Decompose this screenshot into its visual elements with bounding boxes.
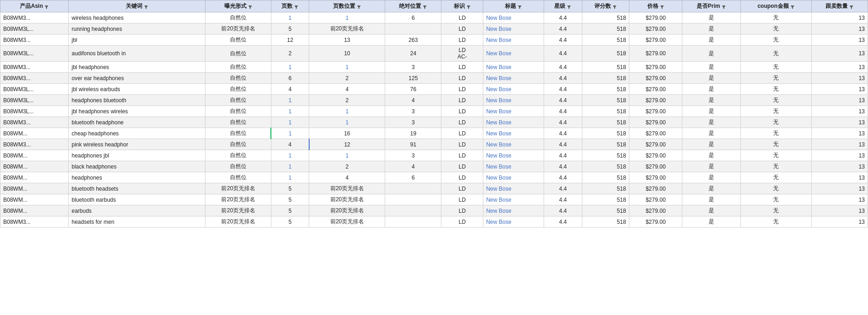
filter-icon-title[interactable]: [517, 4, 522, 9]
column-label-competing: 跟卖数量: [826, 2, 848, 10]
cell-prime: 是: [682, 12, 741, 23]
cell-competing: 13: [811, 12, 868, 23]
cell-star: 4.4: [544, 150, 582, 161]
cell-coupon: 无: [740, 172, 811, 183]
svg-marker-2: [248, 6, 252, 9]
cell-asin: B08WM...: [0, 161, 69, 172]
cell-prime: 是: [682, 35, 741, 46]
cell-price: $279.00: [629, 12, 682, 23]
cell-label: LD: [441, 117, 483, 128]
cell-coupon: 无: [740, 35, 811, 46]
cell-coupon: 无: [740, 205, 811, 216]
cell-page-pos: 12: [309, 139, 385, 150]
filter-icon-exposure[interactable]: [248, 4, 252, 9]
cell-keyword: jbl: [69, 35, 205, 46]
cell-star: 4.4: [544, 95, 582, 106]
cell-asin: B08WM3L...: [0, 84, 69, 95]
cell-exposure: 自然位: [205, 73, 271, 84]
filter-icon-abs_pos[interactable]: [422, 4, 427, 9]
table-row: B08WM3L...headphones bluetooth自然位124LDNe…: [0, 95, 868, 106]
cell-prime: 是: [682, 194, 741, 205]
cell-title: New Bose: [483, 35, 544, 46]
cell-asin: B08WM3...: [0, 73, 69, 84]
filter-icon-asin[interactable]: [44, 4, 49, 9]
cell-page: 5: [271, 205, 309, 216]
cell-star: 4.4: [544, 183, 582, 194]
table-row: B08WM3...headsets for men前20页无排名5前20页无排名…: [0, 216, 868, 228]
table-row: B08WM...headphones自然位146LDNew Bose4.4518…: [0, 172, 868, 183]
cell-exposure: 自然位: [205, 161, 271, 172]
cell-reviews: 518: [582, 95, 629, 106]
cell-label: LD: [441, 139, 483, 150]
cell-title: New Bose: [483, 62, 544, 73]
cell-abs-pos: 19: [385, 128, 441, 139]
cell-competing: 13: [811, 35, 868, 46]
data-table: 产品Asin 关键词 曝光形式 页数 页数位置 绝对位置 标识 标题 星级 评分…: [0, 0, 868, 228]
filter-icon-star[interactable]: [567, 4, 571, 9]
cell-asin: B08WM3...: [0, 35, 69, 46]
cell-prime: 是: [682, 73, 741, 84]
svg-marker-3: [294, 6, 298, 9]
cell-keyword: headphones bluetooth: [69, 95, 205, 106]
cell-reviews: 518: [582, 23, 629, 35]
cell-coupon: 无: [740, 62, 811, 73]
cell-keyword: pink wireless headphor: [69, 139, 205, 150]
filter-icon-prime[interactable]: [721, 4, 726, 9]
svg-marker-7: [518, 6, 522, 9]
cell-abs-pos: 3: [385, 150, 441, 161]
cell-price: $279.00: [629, 106, 682, 117]
cell-abs-pos: [385, 216, 441, 228]
cell-competing: 13: [811, 194, 868, 205]
cell-label: LD: [441, 23, 483, 35]
cell-prime: 是: [682, 117, 741, 128]
filter-icon-page_pos[interactable]: [357, 4, 361, 9]
svg-marker-0: [45, 6, 48, 9]
cell-coupon: 无: [740, 194, 811, 205]
column-label-exposure: 曝光形式: [224, 2, 246, 10]
cell-price: $279.00: [629, 46, 682, 62]
cell-keyword: jbl headphones wireles: [69, 106, 205, 117]
cell-star: 4.4: [544, 205, 582, 216]
filter-icon-price[interactable]: [660, 4, 664, 9]
cell-exposure: 自然位: [205, 46, 271, 62]
cell-page: 1: [271, 12, 309, 23]
filter-icon-reviews[interactable]: [612, 4, 617, 9]
cell-asin: B08WM3...: [0, 139, 69, 150]
cell-price: $279.00: [629, 194, 682, 205]
cell-prime: 是: [682, 62, 741, 73]
svg-marker-10: [660, 6, 664, 9]
cell-star: 4.4: [544, 12, 582, 23]
cell-prime: 是: [682, 216, 741, 228]
cell-star: 4.4: [544, 117, 582, 128]
column-label-label: 标识: [454, 2, 465, 10]
cell-coupon: 无: [740, 73, 811, 84]
filter-icon-competing[interactable]: [849, 4, 854, 9]
cell-star: 4.4: [544, 84, 582, 95]
cell-exposure: 前20页无排名: [205, 194, 271, 205]
cell-star: 4.4: [544, 128, 582, 139]
cell-abs-pos: 125: [385, 73, 441, 84]
cell-exposure: 前20页无排名: [205, 23, 271, 35]
cell-keyword: running headphones: [69, 23, 205, 35]
cell-price: $279.00: [629, 139, 682, 150]
cell-asin: B08WM3L...: [0, 95, 69, 106]
cell-keyword: over ear headphones: [69, 73, 205, 84]
svg-marker-4: [357, 6, 361, 9]
filter-icon-coupon[interactable]: [790, 4, 795, 9]
svg-marker-9: [613, 6, 616, 9]
filter-icon-label[interactable]: [466, 4, 471, 9]
cell-title: New Bose: [483, 128, 544, 139]
filter-icon-page[interactable]: [294, 4, 299, 9]
table-row: B08WM3...pink wireless headphor自然位41291L…: [0, 139, 868, 150]
filter-icon-keyword[interactable]: [144, 4, 148, 9]
cell-page: 1: [271, 117, 309, 128]
cell-page-pos: 前20页无排名: [309, 205, 385, 216]
table-row: B08WM3L...jbl wireless earbuds自然位4476LDN…: [0, 84, 868, 95]
column-header-asin: 产品Asin: [0, 0, 69, 12]
cell-reviews: 518: [582, 128, 629, 139]
cell-competing: 13: [811, 23, 868, 35]
cell-label: LD: [441, 216, 483, 228]
table-row: B08WM3L...audifonos bluetooth in自然位21024…: [0, 46, 868, 62]
cell-competing: 13: [811, 183, 868, 194]
cell-keyword: jbl wireless earbuds: [69, 84, 205, 95]
